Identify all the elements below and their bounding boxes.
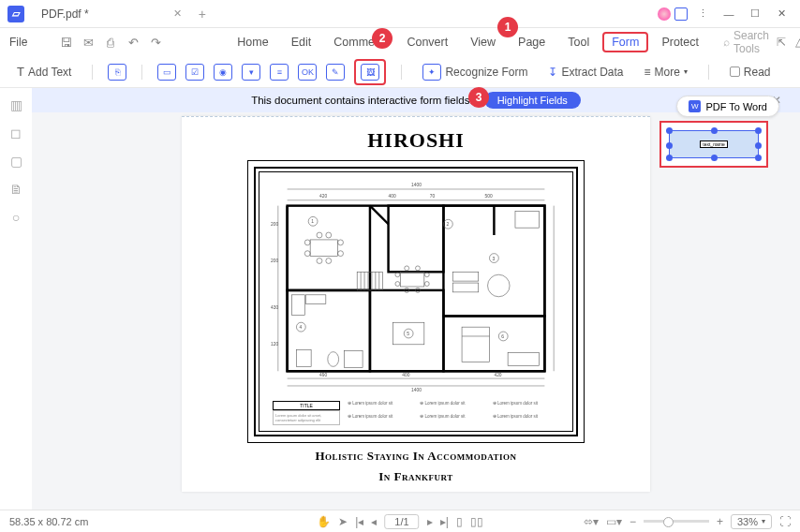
pdf-to-word-button[interactable]: WPDF To Word bbox=[676, 96, 779, 117]
statusbar: 58.35 x 80.72 cm ✋ ➤ |◂ ◂ 1/1 ▸ ▸| ▯ ▯▯ … bbox=[0, 510, 800, 532]
add-text-button[interactable]: TAdd Text bbox=[11, 61, 77, 82]
svg-point-29 bbox=[317, 259, 322, 264]
tab-close-icon[interactable]: ✕ bbox=[173, 7, 182, 20]
svg-point-36 bbox=[405, 266, 409, 271]
svg-point-27 bbox=[317, 232, 322, 238]
svg-rect-42 bbox=[305, 295, 326, 304]
svg-rect-14 bbox=[443, 316, 544, 371]
add-tab-button[interactable]: + bbox=[199, 7, 206, 22]
floor-plan: 1400 420 400 70 500 bbox=[247, 160, 585, 443]
share-icon[interactable]: ⇱ bbox=[777, 36, 786, 49]
svg-text:1400: 1400 bbox=[411, 388, 422, 392]
svg-text:3: 3 bbox=[492, 257, 495, 261]
read-toggle[interactable]: Read bbox=[724, 62, 777, 82]
extract-data-button[interactable]: ↧Extract Data bbox=[542, 62, 629, 82]
last-page-icon[interactable]: ▸| bbox=[440, 515, 449, 528]
text-field-icon[interactable]: ▭ bbox=[157, 64, 176, 81]
svg-point-51 bbox=[328, 352, 339, 367]
search-tools[interactable]: ⌕ Search Tools bbox=[723, 29, 769, 55]
svg-text:430: 430 bbox=[271, 305, 278, 310]
callout-1: 1 bbox=[497, 17, 518, 37]
recognize-form-button[interactable]: ✦Recognize Form bbox=[417, 60, 533, 84]
close-window-button[interactable]: ✕ bbox=[770, 5, 793, 23]
banner-message: This document contains interactive form … bbox=[251, 95, 473, 106]
form-edit-icon[interactable]: ⎘ bbox=[108, 64, 126, 81]
legend-title: TITLE bbox=[273, 401, 340, 410]
legend-items: Lorem ipsum dolor sitLorem ipsum dolor s… bbox=[348, 401, 559, 425]
tab-page[interactable]: Page bbox=[509, 32, 555, 52]
svg-rect-44 bbox=[452, 283, 478, 292]
attachments-icon[interactable]: 🗎 bbox=[9, 182, 22, 197]
comments-panel-icon[interactable]: ▢ bbox=[10, 154, 22, 169]
first-page-icon[interactable]: |◂ bbox=[355, 515, 363, 528]
more-button[interactable]: ≡More▾ bbox=[639, 62, 693, 82]
select-tool-icon[interactable]: ➤ bbox=[338, 515, 348, 528]
zoom-out-icon[interactable]: − bbox=[630, 515, 636, 528]
page-indicator[interactable]: 1/1 bbox=[384, 514, 419, 529]
button-field-icon[interactable]: OK bbox=[298, 64, 317, 81]
image-form-field[interactable]: text_name bbox=[659, 121, 768, 168]
app-logo: ▱ bbox=[7, 6, 24, 22]
mail-icon[interactable]: ✉ bbox=[80, 35, 96, 50]
prev-page-icon[interactable]: ◂ bbox=[371, 515, 377, 528]
fit-page-icon[interactable]: ▭▾ bbox=[606, 515, 622, 528]
svg-text:420: 420 bbox=[319, 194, 327, 199]
svg-rect-52 bbox=[344, 351, 363, 368]
thumbnails-icon[interactable]: ▥ bbox=[10, 97, 22, 112]
undo-icon[interactable]: ↶ bbox=[125, 35, 141, 50]
tab-home[interactable]: Home bbox=[228, 32, 277, 52]
document-area: This document contains interactive form … bbox=[32, 88, 800, 510]
zoom-in-icon[interactable]: + bbox=[717, 515, 723, 528]
zoom-level[interactable]: 33%▾ bbox=[731, 514, 772, 529]
print-icon[interactable]: ⎙ bbox=[102, 35, 119, 50]
left-sidebar: ▥ ◻ ▢ 🗎 ○ bbox=[0, 88, 32, 225]
svg-rect-22 bbox=[310, 240, 337, 257]
image-field-button[interactable]: 🖼 bbox=[354, 59, 386, 85]
kebab-menu-icon[interactable]: ⋮ bbox=[691, 5, 714, 23]
list-field-icon[interactable]: ≡ bbox=[270, 64, 289, 81]
hand-tool-icon[interactable]: ✋ bbox=[317, 515, 331, 528]
svg-text:4: 4 bbox=[299, 325, 302, 330]
svg-text:500: 500 bbox=[485, 194, 493, 199]
account-avatar-icon[interactable] bbox=[658, 7, 671, 21]
menubar: File 🖫 ✉ ⎙ ↶ ↷ Home Edit Comment Convert… bbox=[0, 28, 800, 56]
file-menu[interactable]: File bbox=[9, 36, 27, 49]
tab-protect[interactable]: Protect bbox=[652, 32, 708, 52]
dropdown-field-icon[interactable]: ▾ bbox=[242, 64, 260, 81]
save-icon[interactable]: 🖫 bbox=[57, 35, 74, 50]
tab-edit[interactable]: Edit bbox=[282, 32, 321, 52]
svg-text:5: 5 bbox=[407, 332, 409, 336]
redo-icon[interactable]: ↷ bbox=[147, 35, 164, 50]
svg-point-30 bbox=[326, 259, 332, 264]
highlight-fields-button[interactable]: Highlight Fields bbox=[484, 92, 581, 109]
cloud-icon[interactable]: △ bbox=[795, 36, 800, 49]
svg-line-8 bbox=[370, 206, 389, 225]
svg-rect-45 bbox=[515, 212, 540, 229]
maximize-button[interactable]: ☐ bbox=[744, 5, 766, 23]
next-page-icon[interactable]: ▸ bbox=[427, 515, 433, 528]
tab-tool[interactable]: Tool bbox=[558, 32, 599, 52]
doc-subtitle-1: Holistic Staying In Accommodation bbox=[182, 449, 650, 464]
svg-text:1400: 1400 bbox=[411, 183, 422, 187]
tab-convert[interactable]: Convert bbox=[397, 32, 457, 52]
search-panel-icon[interactable]: ○ bbox=[12, 210, 20, 225]
document-tab[interactable]: PDF.pdf * ✕ bbox=[34, 4, 189, 24]
tab-form[interactable]: Form bbox=[602, 32, 648, 52]
pdf-page: HIROSHI text_name 1400 420 400 70 500 bbox=[182, 116, 650, 492]
zoom-slider[interactable] bbox=[644, 520, 709, 523]
window-new-icon[interactable] bbox=[674, 7, 688, 21]
svg-point-25 bbox=[338, 240, 344, 245]
two-page-icon[interactable]: ▯▯ bbox=[470, 515, 483, 528]
checkbox-field-icon[interactable]: ☑ bbox=[185, 64, 204, 81]
fullscreen-icon[interactable]: ⛶ bbox=[779, 515, 791, 528]
tab-title: PDF.pdf * bbox=[41, 7, 89, 21]
minimize-button[interactable]: — bbox=[718, 5, 740, 23]
svg-rect-31 bbox=[400, 272, 424, 287]
signature-field-icon[interactable]: ✎ bbox=[326, 64, 345, 81]
search-icon: ⌕ bbox=[723, 36, 730, 49]
tab-view[interactable]: View bbox=[461, 32, 505, 52]
single-page-icon[interactable]: ▯ bbox=[456, 515, 463, 528]
radio-field-icon[interactable]: ◉ bbox=[214, 64, 232, 81]
bookmarks-icon[interactable]: ◻ bbox=[10, 126, 22, 140]
fit-width-icon[interactable]: ⬄▾ bbox=[584, 515, 599, 528]
